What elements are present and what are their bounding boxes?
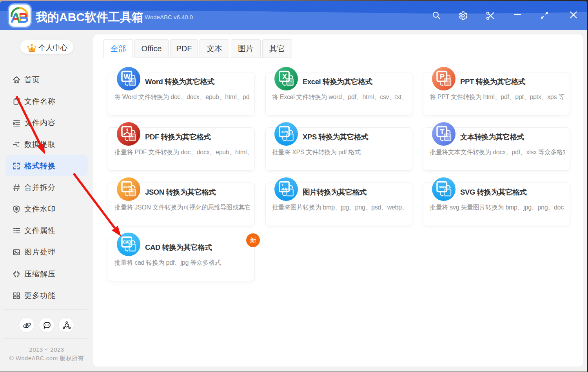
svg-text:X: X (282, 73, 287, 81)
svg-text:P: P (440, 73, 445, 81)
svg-text:XPS: XPS (281, 130, 288, 134)
svg-text:JSON: JSON (123, 185, 131, 189)
svg-text:e: e (25, 321, 29, 329)
svg-text:CAD: CAD (123, 240, 131, 244)
svg-text:W: W (123, 73, 130, 81)
svg-text:T: T (440, 128, 444, 136)
svg-text:SVG: SVG (439, 185, 446, 189)
